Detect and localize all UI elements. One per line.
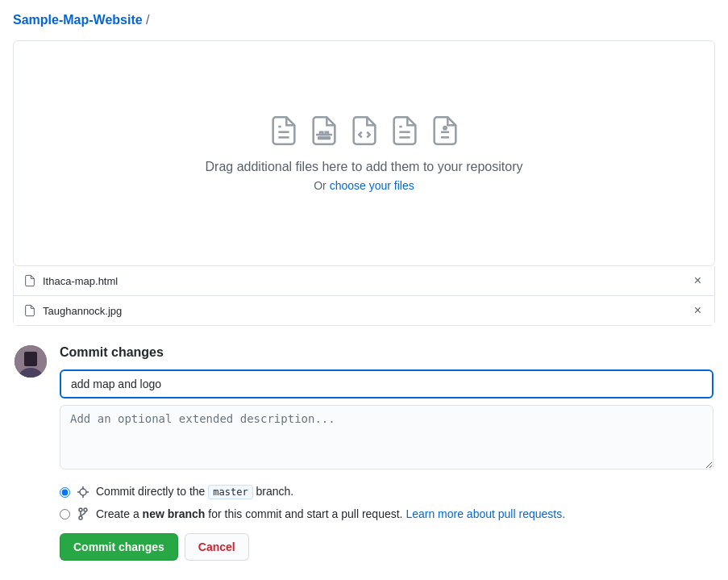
file-doc-icon-1: [23, 274, 36, 287]
file-remove-button-1[interactable]: ×: [691, 273, 705, 289]
svg-rect-5: [325, 132, 327, 135]
file-item-2: Taughannock.jpg ×: [14, 295, 714, 325]
repo-link[interactable]: Sample-Map-Website: [13, 13, 143, 27]
commit-section-title: Commit changes: [60, 345, 713, 360]
radio-branch-input[interactable]: [60, 509, 70, 519]
svg-rect-3: [318, 137, 329, 139]
master-branch-badge: master: [208, 485, 252, 499]
file-icon-5: [429, 115, 461, 147]
radio-branch-option[interactable]: Create a new branch for this commit and …: [60, 507, 713, 520]
file-remove-button-2[interactable]: ×: [691, 303, 705, 319]
avatar-image: [15, 345, 47, 378]
svg-rect-13: [24, 352, 37, 366]
file-name-1: Ithaca-map.html: [43, 275, 118, 287]
radio-direct-input[interactable]: [60, 487, 70, 498]
avatar-placeholder: [15, 345, 47, 378]
action-buttons: Commit changes Cancel: [60, 533, 713, 561]
commit-section: Commit changes: [13, 345, 715, 561]
cancel-button[interactable]: Cancel: [185, 533, 249, 561]
breadcrumb: Sample-Map-Website /: [13, 13, 715, 27]
radio-direct-option[interactable]: Commit directly to the master branch.: [60, 485, 713, 499]
file-icon-1: [268, 115, 300, 147]
avatar: [15, 345, 47, 378]
file-doc-icon-2: [23, 304, 36, 317]
choose-files-link[interactable]: choose your files: [330, 179, 414, 192]
commit-description-input[interactable]: [60, 405, 713, 469]
svg-point-21: [79, 516, 82, 519]
pull-request-learn-more-link[interactable]: Learn more about pull requests.: [406, 507, 565, 520]
commit-changes-button[interactable]: Commit changes: [60, 533, 178, 561]
breadcrumb-separator: /: [146, 13, 149, 27]
radio-direct-label: Commit directly to the master branch.: [96, 485, 293, 499]
file-item-left-1: Ithaca-map.html: [23, 274, 118, 287]
svg-point-14: [80, 489, 86, 495]
drop-zone-icons: [268, 115, 461, 147]
file-item-left-2: Taughannock.jpg: [23, 304, 122, 317]
svg-rect-4: [320, 132, 322, 135]
commit-icon: [77, 486, 89, 499]
file-list: Ithaca-map.html × Taughannock.jpg ×: [13, 266, 715, 326]
commit-message-input[interactable]: [60, 369, 713, 398]
branch-icon: [77, 507, 89, 520]
new-branch-bold: new branch: [143, 507, 206, 520]
file-icon-3: [348, 115, 381, 147]
radio-options: Commit directly to the master branch.: [60, 485, 713, 520]
file-item: Ithaca-map.html ×: [14, 266, 714, 295]
file-icon-4: [389, 115, 421, 147]
drop-zone-text: Drag additional files here to add them t…: [206, 160, 523, 174]
file-icon-2: [308, 115, 340, 147]
svg-point-9: [443, 127, 446, 129]
radio-branch-label: Create a new branch for this commit and …: [96, 507, 565, 520]
svg-point-20: [84, 508, 87, 511]
svg-point-19: [79, 508, 82, 511]
file-drop-zone[interactable]: Drag additional files here to add them t…: [13, 40, 715, 266]
commit-form: Commit changes: [60, 345, 713, 561]
file-name-2: Taughannock.jpg: [43, 305, 122, 317]
drop-zone-or-text: Or choose your files: [314, 179, 414, 192]
